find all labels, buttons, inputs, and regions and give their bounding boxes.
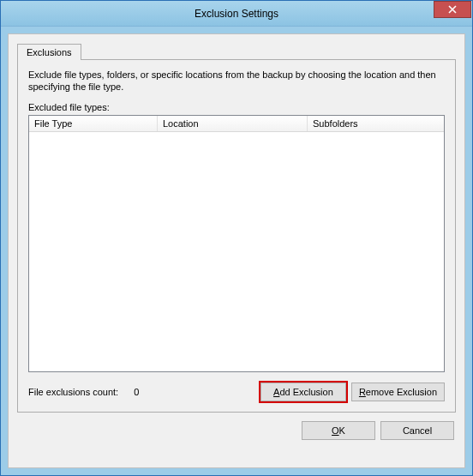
listview-body (29, 132, 444, 371)
close-button[interactable] (434, 1, 471, 18)
close-icon (448, 5, 457, 14)
ok-button[interactable]: OK (302, 421, 375, 440)
listview-header: File Type Location Subfolders (29, 116, 444, 132)
count-value: 0 (134, 387, 139, 397)
tab-panel: Exclude file types, folders, or specific… (17, 59, 456, 413)
count-label: File exclusions count: (28, 387, 118, 397)
column-subfolders[interactable]: Subfolders (308, 116, 444, 131)
content-frame: Exclusions Exclude file types, folders, … (8, 33, 465, 468)
dialog-window: Exclusion Settings Exclusions Exclude fi… (0, 0, 473, 476)
dialog-buttons: OK Cancel (17, 421, 456, 440)
remove-exclusion-button[interactable]: Remove Exclusion (351, 383, 445, 401)
tab-control: Exclusions Exclude file types, folders, … (17, 43, 456, 413)
column-file-type[interactable]: File Type (29, 116, 158, 131)
description-text: Exclude file types, folders, or specific… (28, 69, 445, 93)
column-location[interactable]: Location (158, 116, 308, 131)
tabs-row: Exclusions (17, 43, 456, 59)
excluded-types-listview[interactable]: File Type Location Subfolders (28, 115, 445, 372)
window-title: Exclusion Settings (1, 8, 472, 20)
cancel-button[interactable]: Cancel (380, 421, 454, 440)
tab-exclusions[interactable]: Exclusions (17, 44, 81, 60)
panel-footer: File exclusions count: 0 Add Exclusion R… (28, 383, 445, 401)
titlebar: Exclusion Settings (1, 1, 472, 27)
list-label: Excluded file types: (28, 102, 445, 112)
add-exclusion-button[interactable]: Add Exclusion (260, 383, 346, 401)
